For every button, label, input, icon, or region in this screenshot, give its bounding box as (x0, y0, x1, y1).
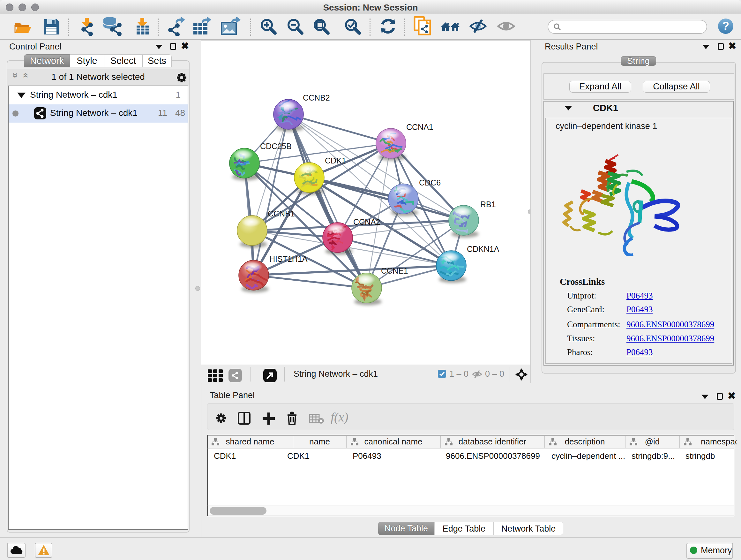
svg-text:HIST1H1A: HIST1H1A (269, 254, 308, 263)
svg-text:CCNA1: CCNA1 (406, 123, 433, 132)
svg-text:CDC25B: CDC25B (260, 142, 292, 151)
svg-text:CCNE1: CCNE1 (381, 266, 408, 275)
svg-text:CDC6: CDC6 (419, 178, 441, 187)
svg-text:CCNB2: CCNB2 (303, 93, 330, 102)
svg-text:CDKN1A: CDKN1A (467, 245, 499, 253)
svg-text:RB1: RB1 (480, 200, 496, 209)
svg-text:CCNB1: CCNB1 (268, 209, 295, 218)
svg-text:CCNA2: CCNA2 (353, 217, 381, 226)
svg-text:CDK1: CDK1 (325, 156, 346, 165)
